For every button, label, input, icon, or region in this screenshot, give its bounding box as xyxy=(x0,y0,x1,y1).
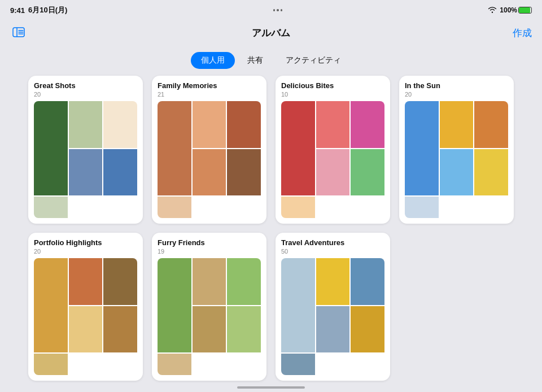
album-count: 19 xyxy=(158,248,261,255)
album-title: Travel Adventures xyxy=(281,238,384,247)
photo-cell xyxy=(69,149,103,196)
wifi-icon xyxy=(488,6,497,15)
album-portfolio-highlights[interactable]: Portfolio Highlights 20 xyxy=(28,233,143,381)
album-title: Furry Friends xyxy=(158,238,261,247)
album-title: Family Memories xyxy=(158,81,261,90)
albums-grid: Great Shots 20 Family Memories 21 Delici… xyxy=(0,76,542,381)
album-family-memories[interactable]: Family Memories 21 xyxy=(152,76,266,224)
album-title: Portfolio Highlights xyxy=(34,238,137,247)
photo-cell xyxy=(158,354,191,375)
photo-cell xyxy=(281,197,315,218)
status-bar: 9:41 6月10日(月) 100% xyxy=(0,0,542,20)
album-count: 21 xyxy=(158,91,261,98)
dot-1 xyxy=(273,9,276,11)
photo-cell xyxy=(474,101,508,148)
photo-cell xyxy=(281,354,315,375)
album-count: 20 xyxy=(34,248,137,255)
album-count: 20 xyxy=(405,91,508,98)
photo-cell xyxy=(103,101,137,148)
empty-slot xyxy=(399,233,514,381)
album-photos xyxy=(158,101,261,218)
battery-fill xyxy=(519,7,530,13)
album-photos xyxy=(158,258,261,375)
album-travel-adventures[interactable]: Travel Adventures 50 xyxy=(276,233,390,381)
segment-activity[interactable]: アクティビティ xyxy=(276,52,351,69)
battery-bar xyxy=(518,7,532,14)
nav-title: アルバム xyxy=(252,27,290,40)
photo-cell xyxy=(227,149,261,196)
photo-cell xyxy=(69,306,103,353)
photo-cell xyxy=(351,306,384,353)
status-bar-left: 9:41 6月10日(月) xyxy=(10,5,67,15)
album-count: 10 xyxy=(281,91,384,98)
photo-cell xyxy=(351,258,384,305)
photo-cell xyxy=(351,101,384,148)
photo-cell xyxy=(316,149,350,196)
photo-cell xyxy=(158,197,191,218)
album-photos xyxy=(281,101,384,218)
album-count: 20 xyxy=(34,91,137,98)
photo-cell xyxy=(227,258,261,305)
photo-cell xyxy=(34,197,68,218)
ellipsis-dots xyxy=(273,9,283,11)
photo-cell xyxy=(103,258,137,305)
album-in-the-sun[interactable]: In the Sun 20 xyxy=(399,76,514,224)
album-title: Delicious Bites xyxy=(281,81,384,90)
album-count: 50 xyxy=(281,248,384,255)
photo-cell xyxy=(34,258,68,352)
photo-cell xyxy=(69,258,103,305)
sidebar-icon xyxy=(12,27,25,37)
album-great-shots[interactable]: Great Shots 20 xyxy=(28,76,143,224)
nav-right[interactable]: 作成 xyxy=(513,27,532,40)
photo-cell xyxy=(34,101,68,195)
segment-personal[interactable]: 個人用 xyxy=(191,52,235,69)
photo-cell xyxy=(440,149,474,196)
create-button[interactable]: 作成 xyxy=(513,27,532,40)
photo-cell xyxy=(69,101,103,148)
nav-left xyxy=(10,25,27,41)
segment-shared[interactable]: 共有 xyxy=(237,52,273,69)
photo-cell xyxy=(158,258,191,352)
battery-percent: 100% xyxy=(500,6,517,14)
photo-cell xyxy=(440,101,474,148)
segmented-control: 個人用 共有 アクティビティ xyxy=(191,52,351,69)
time: 9:41 xyxy=(10,6,25,15)
album-title: In the Sun xyxy=(405,81,508,90)
photo-cell xyxy=(193,258,226,305)
photo-cell xyxy=(193,101,226,148)
photo-cell xyxy=(316,306,350,353)
photo-cell xyxy=(158,101,191,195)
photo-cell xyxy=(474,149,508,196)
photo-cell xyxy=(351,149,384,196)
photo-cell xyxy=(316,258,350,305)
photo-cell xyxy=(103,149,137,196)
album-photos xyxy=(405,101,508,218)
photo-cell xyxy=(227,306,261,353)
album-delicious-bites[interactable]: Delicious Bites 10 xyxy=(276,76,390,224)
photo-cell xyxy=(193,306,226,353)
dot-3 xyxy=(281,9,283,11)
album-photos xyxy=(34,258,137,375)
battery: 100% xyxy=(500,6,532,14)
album-photos xyxy=(281,258,384,375)
photo-cell xyxy=(281,258,315,352)
photo-cell xyxy=(34,354,68,375)
sidebar-toggle-button[interactable] xyxy=(10,25,27,41)
status-bar-center xyxy=(273,9,283,11)
photo-cell xyxy=(193,149,226,196)
nav-bar: アルバム 作成 xyxy=(0,20,542,45)
status-bar-right: 100% xyxy=(488,6,532,15)
photo-cell xyxy=(405,101,439,195)
home-indicator xyxy=(237,386,305,389)
photo-cell xyxy=(316,101,350,148)
date: 6月10日(月) xyxy=(28,5,67,15)
photo-cell xyxy=(405,197,439,218)
dot-2 xyxy=(277,9,279,11)
photo-cell xyxy=(103,306,137,353)
album-title: Great Shots xyxy=(34,81,137,90)
photo-cell xyxy=(281,101,315,195)
album-photos xyxy=(34,101,137,218)
photo-cell xyxy=(227,101,261,148)
album-furry-friends[interactable]: Furry Friends 19 xyxy=(152,233,266,381)
